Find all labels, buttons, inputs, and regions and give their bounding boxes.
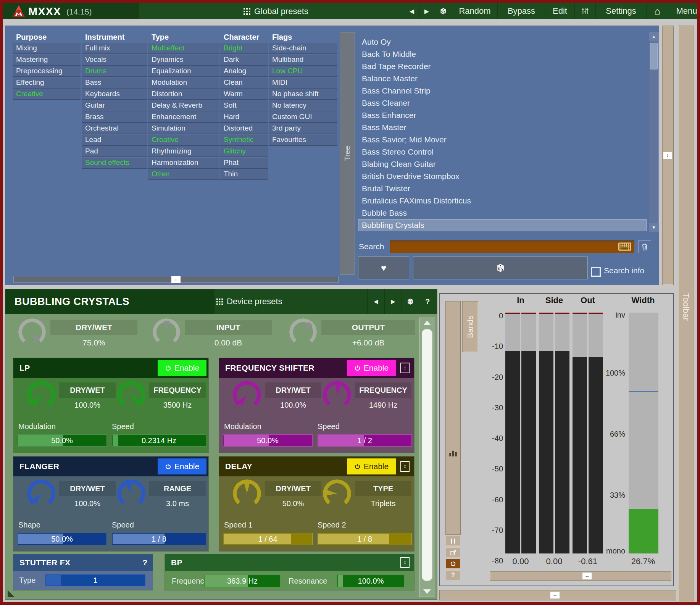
drywet-knob[interactable] bbox=[18, 318, 46, 346]
menu-button[interactable]: Menu bbox=[668, 3, 700, 19]
device-prev-button[interactable]: ◀ bbox=[367, 289, 384, 314]
knob-value[interactable]: +6.00 dB bbox=[321, 338, 415, 347]
delay-slot-button[interactable]: ↕ bbox=[398, 459, 412, 474]
home-button[interactable]: ⌂ bbox=[646, 3, 668, 19]
filter-item[interactable]: Simulation bbox=[148, 123, 219, 134]
meter-horizontal-scrollbar[interactable]: ↔ bbox=[490, 572, 671, 580]
preset-list-scrollbar[interactable]: ▲ ▼ bbox=[649, 32, 659, 232]
bottom-scrollbar[interactable]: ↔ bbox=[440, 590, 676, 600]
filter-item[interactable]: Full mix bbox=[82, 43, 147, 54]
width-slider[interactable] bbox=[629, 313, 658, 553]
filter-item[interactable]: Delay & Reverb bbox=[148, 100, 219, 111]
columns-horizontal-scrollbar[interactable]: ↔ bbox=[13, 276, 339, 283]
preset-list-item[interactable]: Bubbling Crystals bbox=[358, 219, 647, 231]
filter-item[interactable]: Phat bbox=[220, 157, 268, 169]
filter-item[interactable]: Soft bbox=[220, 100, 268, 111]
flanger-range-knob[interactable] bbox=[117, 479, 145, 508]
resize-handle-icon[interactable]: ↔ bbox=[171, 276, 181, 283]
param-value[interactable]: 100.0% bbox=[59, 401, 116, 410]
tree-sidebar[interactable]: Tree bbox=[340, 32, 355, 275]
preset-list-item[interactable]: Bass Channel Strip bbox=[358, 85, 647, 97]
filter-item[interactable]: Favourites bbox=[269, 134, 337, 146]
meter-pause-button[interactable] bbox=[446, 536, 460, 546]
random-search-button[interactable] bbox=[413, 257, 588, 279]
delay-speed1-slider[interactable]: 1 / 64 bbox=[223, 533, 313, 545]
preset-list-item[interactable]: Bass Cleaner bbox=[358, 97, 647, 109]
settings-button[interactable]: Settings bbox=[595, 3, 646, 19]
preset-list-item[interactable]: Bass Master bbox=[358, 121, 647, 134]
filter-item[interactable]: Synthetic bbox=[220, 134, 268, 146]
scroll-up-arrow-icon[interactable] bbox=[423, 321, 431, 325]
filter-item[interactable]: Brass bbox=[82, 111, 147, 123]
edit-button[interactable]: Edit bbox=[545, 3, 574, 19]
preset-list-item[interactable]: Auto Oy bbox=[358, 36, 647, 48]
fs-frequency-knob[interactable] bbox=[323, 381, 351, 409]
filter-item[interactable]: Enhancement bbox=[148, 111, 219, 123]
meter-help-button[interactable]: ? bbox=[446, 570, 460, 580]
random-preset-dice-button[interactable] bbox=[434, 3, 452, 19]
param-value[interactable]: 3.0 ms bbox=[149, 499, 206, 508]
filter-item[interactable]: Dark bbox=[220, 54, 268, 66]
resize-handle-icon[interactable]: ↔ bbox=[582, 573, 592, 579]
filter-item[interactable]: Side-chain bbox=[269, 43, 337, 54]
fs-speed-slider[interactable]: 1 / 2 bbox=[318, 434, 412, 447]
device-presets-button[interactable]: Device presets bbox=[216, 289, 282, 314]
channel-mode-button[interactable] bbox=[574, 3, 595, 19]
lp-drywet-knob[interactable] bbox=[27, 381, 55, 409]
filter-item[interactable]: Keyboards bbox=[82, 89, 147, 100]
device-scrollbar[interactable] bbox=[419, 318, 435, 597]
fs-enable-button[interactable]: Enable bbox=[347, 360, 396, 376]
filter-item[interactable]: No latency bbox=[269, 100, 337, 111]
bp-frequency-slider[interactable]: 363.9 Hz bbox=[204, 574, 281, 587]
device-next-button[interactable]: ▶ bbox=[384, 289, 402, 314]
device-scrollbar-thumb[interactable] bbox=[422, 329, 432, 581]
filter-item[interactable]: Harmonization bbox=[148, 157, 219, 169]
resize-grip[interactable] bbox=[8, 590, 15, 597]
filter-item[interactable]: Sound effects bbox=[82, 157, 147, 169]
fs-drywet-knob[interactable] bbox=[233, 381, 261, 409]
vertical-resize-handle-icon[interactable]: ↕ bbox=[663, 152, 672, 159]
filter-item[interactable]: Multieffect bbox=[148, 43, 219, 54]
melda-logo-icon[interactable] bbox=[12, 5, 25, 17]
meter-popout-button[interactable] bbox=[446, 547, 460, 557]
param-value[interactable]: 1490 Hz bbox=[355, 401, 411, 410]
filter-item[interactable]: Multiband bbox=[269, 54, 337, 66]
filter-item[interactable]: Thin bbox=[220, 169, 268, 180]
delay-speed2-slider[interactable]: 1 / 8 bbox=[318, 533, 412, 545]
filter-item[interactable]: Effecting bbox=[13, 77, 81, 89]
device-random-dice-button[interactable] bbox=[402, 289, 419, 314]
knob-value[interactable]: 0.00 dB bbox=[185, 338, 272, 347]
filter-item[interactable]: Guitar bbox=[82, 100, 147, 111]
knob-value[interactable]: 75.0% bbox=[50, 338, 137, 347]
bypass-button[interactable]: Bypass bbox=[497, 3, 545, 19]
delay-enable-button[interactable]: Enable bbox=[347, 458, 396, 474]
preset-list-item[interactable]: Back To Middle bbox=[358, 48, 647, 60]
keyboard-icon[interactable] bbox=[618, 242, 631, 251]
flanger-shape-slider[interactable]: 50.0% bbox=[17, 533, 107, 545]
param-value[interactable]: 100.0% bbox=[265, 401, 321, 410]
preset-list-item[interactable]: Bass Savior; Mid Mover bbox=[358, 134, 647, 146]
stutter-help-button[interactable]: ? bbox=[142, 554, 147, 571]
preset-list-item[interactable]: Bass Stereo Control bbox=[358, 146, 647, 158]
fs-slot-button[interactable]: ↕ bbox=[398, 360, 412, 376]
search-info-checkbox[interactable] bbox=[591, 267, 601, 277]
clear-search-button[interactable] bbox=[638, 240, 651, 253]
lp-speed-slider[interactable]: 0.2314 Hz bbox=[112, 434, 206, 447]
filter-item[interactable]: Preprocessing bbox=[13, 66, 81, 77]
lp-enable-button[interactable]: Enable bbox=[158, 360, 206, 376]
flanger-enable-button[interactable]: Enable bbox=[158, 458, 206, 474]
delay-drywet-knob[interactable] bbox=[233, 479, 261, 508]
filter-item[interactable]: 3rd party bbox=[269, 123, 337, 134]
param-value[interactable]: 3500 Hz bbox=[149, 401, 206, 410]
filter-item[interactable]: Dynamics bbox=[148, 54, 219, 66]
preset-list-item[interactable]: Balance Master bbox=[358, 73, 647, 85]
preset-list-item[interactable]: Brutalicus FAXimus Distorticus bbox=[358, 195, 647, 207]
flanger-speed-slider[interactable]: 1 / 8 bbox=[112, 533, 206, 545]
search-input[interactable] bbox=[390, 240, 634, 253]
filter-item[interactable]: Orchestral bbox=[82, 123, 147, 134]
scroll-up-button[interactable]: ▲ bbox=[649, 32, 659, 41]
param-value[interactable]: 100.0% bbox=[59, 499, 116, 508]
device-help-button[interactable]: ? bbox=[419, 289, 436, 314]
filter-item[interactable]: Distorted bbox=[220, 123, 268, 134]
filter-item[interactable]: Equalization bbox=[148, 66, 219, 77]
